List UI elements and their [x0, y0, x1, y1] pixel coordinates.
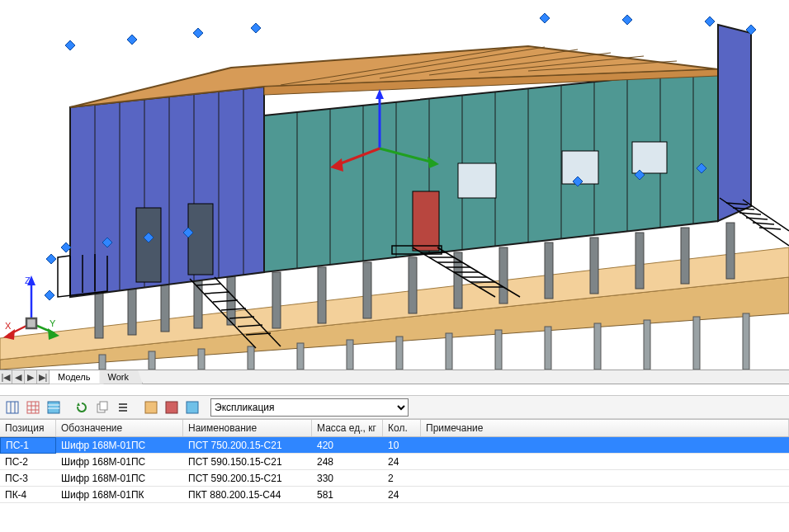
- svg-rect-58: [632, 142, 667, 173]
- svg-rect-29: [635, 233, 644, 289]
- cell-mass: 420: [312, 438, 383, 453]
- svg-marker-109: [46, 254, 56, 264]
- col-name[interactable]: Наименование: [183, 420, 312, 436]
- grid-header: Позиция Обозначение Наименование Масса е…: [0, 420, 789, 437]
- cell-pos: ПС-2: [0, 454, 56, 469]
- tool-refresh-icon[interactable]: [73, 398, 91, 417]
- svg-rect-10: [495, 330, 502, 370]
- svg-rect-56: [458, 163, 496, 198]
- tool-grid-icon[interactable]: [24, 398, 42, 417]
- svg-rect-9: [446, 333, 452, 370]
- svg-rect-24: [409, 257, 417, 313]
- svg-marker-110: [45, 290, 54, 300]
- svg-rect-8: [396, 337, 403, 370]
- svg-rect-59: [413, 191, 439, 251]
- svg-rect-23: [363, 262, 371, 318]
- tab-nav-last[interactable]: ▶|: [37, 370, 50, 384]
- svg-rect-6: [297, 343, 304, 370]
- cell-pos: ПС-1: [0, 437, 56, 454]
- cell-design: Шифр 168М-01ПС: [56, 438, 183, 453]
- svg-rect-124: [7, 402, 18, 413]
- col-design[interactable]: Обозначение: [56, 420, 183, 436]
- col-mass[interactable]: Масса ед., кг: [312, 420, 383, 436]
- svg-rect-25: [454, 252, 462, 308]
- svg-rect-27: [545, 242, 553, 299]
- tool-hatch3-icon[interactable]: [183, 398, 201, 417]
- ucs-x-label: X: [5, 321, 12, 331]
- cell-note: [421, 444, 789, 447]
- cell-pos: ПС-3: [0, 471, 56, 486]
- svg-rect-141: [145, 402, 157, 413]
- cell-name: ПСТ 590.150.15-С21: [183, 454, 312, 469]
- svg-rect-4: [198, 349, 205, 370]
- cell-qty: 10: [383, 438, 421, 453]
- svg-line-85: [753, 223, 774, 224]
- tool-cols-icon[interactable]: [3, 398, 21, 417]
- svg-rect-31: [726, 223, 735, 279]
- col-qty[interactable]: Кол.: [383, 420, 421, 436]
- svg-rect-142: [166, 402, 177, 413]
- cell-design: Шифр 168М-01ПС: [56, 454, 183, 469]
- svg-rect-20: [227, 274, 235, 325]
- ucs-y-label: Y: [50, 318, 56, 328]
- ucs-z-label: Z: [25, 275, 31, 285]
- svg-rect-2: [99, 355, 106, 370]
- model-viewport[interactable]: Z X Y: [0, 0, 789, 370]
- col-note[interactable]: Примечание: [421, 420, 789, 436]
- cell-design: Шифр 168М-01ПК: [56, 487, 183, 502]
- cell-name: ПСТ 590.200.15-С21: [183, 471, 312, 486]
- spec-toolbar: Экспликация: [0, 396, 789, 419]
- svg-rect-17: [128, 284, 136, 335]
- cell-qty: 24: [383, 454, 421, 469]
- cell-pos: ПК-4: [0, 487, 56, 502]
- svg-rect-5: [248, 346, 254, 370]
- svg-rect-13: [644, 320, 650, 370]
- tool-hatch1-icon[interactable]: [142, 398, 160, 417]
- svg-line-84: [746, 218, 768, 219]
- svg-rect-12: [594, 323, 601, 370]
- tool-list-icon[interactable]: [114, 398, 132, 417]
- table-row[interactable]: ПС-2Шифр 168М-01ПСПСТ 590.150.15-С212482…: [0, 454, 789, 470]
- svg-rect-11: [545, 327, 551, 370]
- table-row[interactable]: ПК-4Шифр 168М-01ПКПКТ 880.200.15-С445812…: [0, 487, 789, 503]
- table-row[interactable]: ПС-1Шифр 168М-01ПСПСТ 750.200.15-С214201…: [0, 437, 789, 454]
- spec-grid[interactable]: Позиция Обозначение Наименование Масса е…: [0, 419, 789, 503]
- svg-rect-3: [149, 351, 155, 370]
- svg-marker-99: [622, 15, 632, 25]
- cell-qty: 24: [383, 487, 421, 502]
- svg-marker-68: [718, 25, 751, 221]
- svg-marker-96: [193, 28, 203, 38]
- svg-rect-132: [48, 402, 59, 413]
- svg-marker-100: [705, 16, 715, 26]
- cell-mass: 581: [312, 487, 383, 502]
- tool-table-icon[interactable]: [45, 398, 63, 417]
- cell-note: [421, 460, 789, 464]
- tab-nav-prev[interactable]: ◀: [12, 370, 25, 384]
- svg-marker-135: [77, 403, 80, 406]
- tab-nav-first[interactable]: |◀: [0, 370, 12, 384]
- svg-rect-22: [318, 267, 326, 323]
- tool-hatch2-icon[interactable]: [163, 398, 181, 417]
- svg-line-86: [759, 228, 781, 229]
- tab-nav-next[interactable]: ▶: [25, 370, 37, 384]
- svg-rect-41: [188, 204, 213, 275]
- spec-type-dropdown[interactable]: Экспликация: [210, 398, 409, 417]
- svg-line-90: [221, 308, 246, 310]
- svg-marker-95: [127, 35, 137, 45]
- svg-rect-123: [26, 318, 36, 328]
- cell-note: [421, 493, 789, 497]
- cell-note: [421, 477, 789, 480]
- svg-rect-143: [187, 402, 198, 413]
- svg-marker-94: [65, 40, 75, 50]
- cell-qty: 2: [383, 471, 421, 486]
- tab-model[interactable]: Модель: [50, 370, 104, 384]
- tool-copy-icon[interactable]: [93, 398, 111, 417]
- svg-rect-137: [100, 402, 107, 410]
- col-pos[interactable]: Позиция: [0, 420, 56, 436]
- svg-marker-97: [251, 23, 261, 33]
- tab-work[interactable]: Work: [99, 370, 142, 384]
- layout-tabs: |◀ ◀ ▶ ▶| Модель Work: [0, 370, 789, 384]
- svg-rect-16: [95, 287, 103, 338]
- svg-marker-112: [376, 89, 384, 99]
- table-row[interactable]: ПС-3Шифр 168М-01ПСПСТ 590.200.15-С213302: [0, 470, 789, 487]
